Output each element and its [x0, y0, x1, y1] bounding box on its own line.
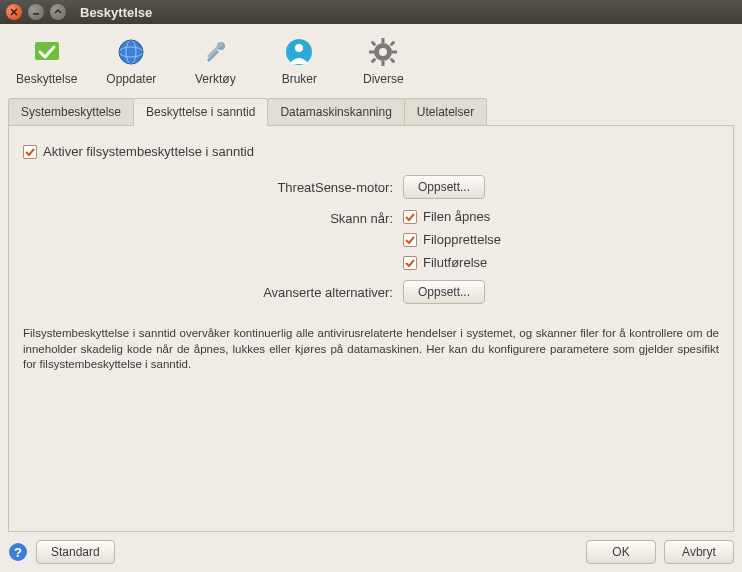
svg-point-10: [295, 44, 303, 52]
settings-grid: ThreatSense-motor: Oppsett... Skann når:…: [23, 175, 719, 304]
svg-point-12: [379, 48, 387, 56]
toolbar-label: Beskyttelse: [16, 72, 77, 86]
tab-panel: Aktiver filsystembeskyttelse i sanntid T…: [8, 126, 734, 532]
advanced-label: Avanserte alternativer:: [23, 285, 403, 300]
engine-label: ThreatSense-motor:: [23, 180, 403, 195]
svg-rect-17: [371, 41, 377, 47]
scan-when-label: Skann når:: [23, 209, 403, 226]
user-icon: [283, 36, 315, 68]
standard-button[interactable]: Standard: [36, 540, 115, 564]
svg-rect-19: [390, 41, 396, 47]
toolbar-label: Bruker: [282, 72, 317, 86]
scan-option-label: Filutførelse: [423, 255, 487, 270]
window-title: Beskyttelse: [80, 5, 152, 20]
main-toolbar: Beskyttelse Oppdater Verktøy: [8, 32, 734, 92]
toolbar-item-oppdater[interactable]: Oppdater: [101, 36, 161, 86]
scan-on-create-checkbox[interactable]: [403, 233, 417, 247]
svg-rect-18: [390, 58, 396, 64]
scan-option-row: Filutførelse: [403, 255, 719, 270]
scan-option-row: Filopprettelse: [403, 232, 719, 247]
toolbar-label: Diverse: [363, 72, 404, 86]
svg-rect-16: [392, 51, 397, 54]
cancel-button[interactable]: Avbryt: [664, 540, 734, 564]
dialog-footer: ? Standard OK Avbryt: [8, 532, 734, 564]
shield-icon: [31, 36, 63, 68]
enable-realtime-row: Aktiver filsystembeskyttelse i sanntid: [23, 144, 719, 159]
enable-realtime-label: Aktiver filsystembeskyttelse i sanntid: [43, 144, 254, 159]
enable-realtime-checkbox[interactable]: [23, 145, 37, 159]
titlebar: Beskyttelse: [0, 0, 742, 24]
svg-rect-13: [382, 38, 385, 43]
toolbar-item-verktoy[interactable]: Verktøy: [185, 36, 245, 86]
minimize-icon[interactable]: [28, 4, 44, 20]
window-content: Beskyttelse Oppdater Verktøy: [0, 24, 742, 572]
scan-option-label: Filen åpnes: [423, 209, 490, 224]
toolbar-label: Verktøy: [195, 72, 236, 86]
tab-systembeskyttelse[interactable]: Systembeskyttelse: [8, 98, 134, 125]
tools-icon: [199, 36, 231, 68]
scan-on-execute-checkbox[interactable]: [403, 256, 417, 270]
svg-rect-3: [35, 42, 59, 60]
advanced-setup-button[interactable]: Oppsett...: [403, 280, 485, 304]
tab-utelatelser[interactable]: Utelatelser: [404, 98, 487, 125]
svg-text:?: ?: [14, 545, 22, 560]
toolbar-item-bruker[interactable]: Bruker: [269, 36, 329, 86]
svg-rect-15: [369, 51, 374, 54]
svg-rect-20: [371, 58, 377, 64]
scan-on-open-checkbox[interactable]: [403, 210, 417, 224]
maximize-icon[interactable]: [50, 4, 66, 20]
ok-button[interactable]: OK: [586, 540, 656, 564]
toolbar-item-diverse[interactable]: Diverse: [353, 36, 413, 86]
scan-option-row: Filen åpnes: [403, 209, 719, 224]
svg-rect-14: [382, 61, 385, 66]
tab-datamaskinskanning[interactable]: Datamaskinskanning: [267, 98, 404, 125]
close-icon[interactable]: [6, 4, 22, 20]
help-icon[interactable]: ?: [8, 542, 28, 562]
engine-setup-button[interactable]: Oppsett...: [403, 175, 485, 199]
tab-beskyttelse-sanntid[interactable]: Beskyttelse i sanntid: [133, 98, 268, 126]
tab-bar: Systembeskyttelse Beskyttelse i sanntid …: [8, 98, 734, 126]
globe-icon: [115, 36, 147, 68]
description-text: Filsystembeskyttelse i sanntid overvåker…: [23, 326, 719, 373]
gear-icon: [367, 36, 399, 68]
toolbar-label: Oppdater: [106, 72, 156, 86]
scan-option-label: Filopprettelse: [423, 232, 501, 247]
toolbar-item-beskyttelse[interactable]: Beskyttelse: [16, 36, 77, 86]
